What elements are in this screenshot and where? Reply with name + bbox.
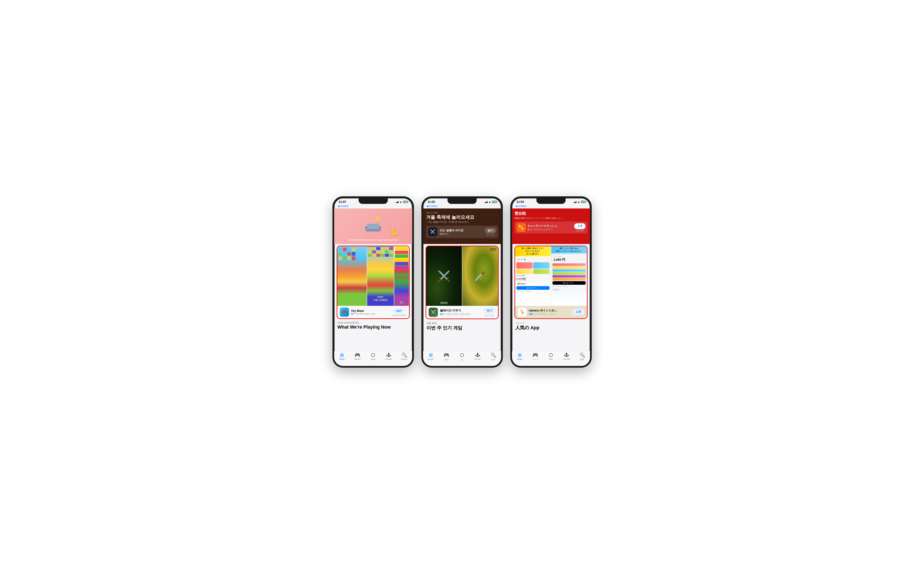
phone-2-back[interactable]: ◀ Untitled xyxy=(426,205,438,208)
tab-today-1[interactable]: ⊞ Today xyxy=(334,353,350,360)
arcade-icon-3: 🕹 xyxy=(564,353,569,357)
phone-3-in-app-sub: App内課金 xyxy=(576,230,584,232)
games-icon-2: 🎮 xyxy=(444,353,449,357)
phone-3-ad-icon: 🦒 xyxy=(518,307,527,317)
wifi-icon-3: ▲ xyxy=(578,200,580,203)
phone-2-promo-info: 오딘: 발할라 라이징 롤플레잉 xyxy=(440,229,483,235)
phone-1-tab-bar: ⊞ Today 🎮 Games ⬡ Apps 🕹 Arcade 🔍 S xyxy=(334,351,412,366)
phone-2-section-title: 이번 주 인기 게임 xyxy=(426,325,498,331)
tab-arcade-label-3: Arcade xyxy=(563,358,570,360)
phone-3-notch xyxy=(536,198,566,204)
phone-1-ad-info: 🎮 Toy Blast Ad Pop the cubes, solv... GE… xyxy=(337,306,409,318)
tab-apps-3[interactable]: ⬡ App xyxy=(543,353,559,360)
tab-arcade-label-2: Arcade xyxy=(474,358,481,360)
phone-1-get-btn[interactable]: GET xyxy=(393,308,405,314)
phone-1-ad-card: POP!THE CUBES xyxy=(337,246,410,319)
phone-2-ad-desc: 손쉽게 성장 가능한 방치... xyxy=(446,313,472,315)
tab-today-2[interactable]: ⊞ 투데이 xyxy=(423,353,439,361)
nanaco-header-2: 発行・カード取り込も支払い・チャージもかんたん！ xyxy=(551,246,587,253)
phone-2-promo-cat: 롤플레잉 xyxy=(440,232,483,235)
phone-3-promo-icon: 🍬 xyxy=(517,223,526,232)
phone-1-ad-desc: Pop the cubes, solv... xyxy=(355,313,377,315)
tab-arcade-label-1: Arcade xyxy=(385,358,392,360)
phone-3-ad-card: 使って便利！貯めてトク！ポイントたまる！すぐに使える！ カード一覧 xyxy=(514,246,588,319)
phone-3-promo-info: キャンディークラッシュ 面白パズルゲームのマッ... xyxy=(527,224,573,231)
phone-3-section-header: トレンド 人気の App xyxy=(512,319,590,331)
phone-3-hero-subtitle: 報酬を獲得できるトーナメントに無料で参加しよう。 xyxy=(514,217,588,220)
phone-2-ad-sub: 광고 손쉽게 성장 가능한 방치... xyxy=(440,313,481,316)
phone-1-in-app: In-App Purchases xyxy=(392,314,406,316)
phone-3-back[interactable]: ◀ Untitled xyxy=(515,205,526,208)
screenshot-game1: ⚔️ ▓▓▓▓▓▓ xyxy=(426,246,462,306)
phone-2-wrapper: 11:02 ▲ ◀ Untitled xyxy=(422,196,503,368)
tab-apps-2[interactable]: ⬡ 앱 xyxy=(454,353,470,361)
phone-2-ad-icon: ⚔️ xyxy=(429,308,438,317)
phone-3-hero-title: 雪合戦 xyxy=(514,211,588,216)
phone-3-promo-btn[interactable]: 入手 xyxy=(574,223,585,229)
phone-3-promo-name: キャンディークラッシュ xyxy=(527,224,573,228)
tab-search-label-1: Search xyxy=(401,358,408,360)
phone-1-back[interactable]: ◀ Untitled xyxy=(338,205,348,208)
phone-1-main: 🛋️ 🦶 Unwind with these great apps and ga… xyxy=(334,209,412,346)
phone-2-event-label: 게임 내 이벤트 xyxy=(426,211,498,214)
phone-2-promo-btn[interactable]: 받기 xyxy=(485,228,496,233)
phone-2-ad-info: ⚔️ 블레이드 키우기 광고 손쉽게 성장 가능한 방치... 받기 앱 내 구… xyxy=(426,306,498,319)
phone-2-frame: 11:02 ▲ ◀ Untitled xyxy=(422,196,503,368)
phone-2-section-label: 요즘 화제 xyxy=(426,322,498,325)
phone-1-section-title: What We're Playing Now xyxy=(338,325,409,330)
phone-2-status-icons: ▲ xyxy=(484,200,496,203)
phone-2-ad-name: 블레이드 키우기 xyxy=(440,309,481,313)
phone-3-promo-card: 🍬 キャンディークラッシュ 面白パズルゲームのマッ... 入手 App内課金 xyxy=(514,221,588,233)
apps-icon-1: ⬡ xyxy=(371,353,375,357)
phone-3-ad-desc: マイナポイントもら... xyxy=(534,313,557,315)
tab-arcade-1[interactable]: 🕹 Arcade xyxy=(381,353,397,360)
phone-3-status-icons: ▲ xyxy=(573,200,585,203)
phone-2-time: 11:02 xyxy=(428,200,435,203)
phone-1-nav: ◀ Untitled xyxy=(334,204,412,209)
screenshot-nanaco2: 発行・カード取り込も支払い・チャージもかんたん！ チャージ額 1,000 円 xyxy=(551,246,587,306)
phone-1-wrapper: 11:07 ▲ ◀ Untitled xyxy=(333,196,414,368)
games-icon-1: 🎮 xyxy=(355,353,360,357)
arcade-icon-1: 🕹 xyxy=(386,353,391,357)
tab-search-label-2: 검색 xyxy=(491,358,495,361)
phone-1-ad-badge: Ad xyxy=(351,313,354,315)
phone-3-ad-sub: 広告 マイナポイントもら... xyxy=(529,313,570,316)
tab-games-label-2: 게임 xyxy=(444,358,448,361)
tab-today-label-1: Today xyxy=(339,358,345,360)
phone-1-hero-text: Unwind with these great apps and games. xyxy=(334,238,412,242)
today-icon-3: ⊞ xyxy=(518,353,522,357)
tab-search-2[interactable]: 🔍 검색 xyxy=(486,353,501,361)
phone-2-in-app: 앱 내 구입 xyxy=(485,314,494,317)
games-icon-3: 🎮 xyxy=(532,353,538,357)
tab-games-3[interactable]: 🎮 ゲーム xyxy=(527,353,543,361)
phone-2-main: 게임 내 이벤트 겨울 축제에 놀러오세요 〈오딘: 발할라 라이징〉에 찾아온… xyxy=(423,209,501,347)
tab-arcade-2[interactable]: 🕹 Arcade xyxy=(470,353,486,360)
phone-2-tab-bar: ⊞ 투데이 🎮 게임 ⬡ 앱 🕹 Arcade 🔍 검색 xyxy=(423,351,501,366)
screenshot-game2: 🗡️ Lvl 23 xyxy=(462,246,498,306)
phone-3-section-title: 人気の App xyxy=(515,325,587,331)
phone-3-ad-info: 🦒 nanaco ポイントが... 広告 マイナポイントもら... 入手 xyxy=(515,306,587,318)
phone-1-ad-icon: 🎮 xyxy=(340,307,349,317)
phone-3-nav: ◀ Untitled xyxy=(512,204,590,209)
tab-today-3[interactable]: ⊞ Today xyxy=(512,353,528,360)
tab-search-1[interactable]: 🔍 Search xyxy=(397,353,412,360)
phone-2-screenshots: ⚔️ ▓▓▓▓▓▓ 🗡️ Lvl 23 xyxy=(426,246,498,306)
tab-games-1[interactable]: 🎮 Games xyxy=(350,353,365,360)
phone-2-get-btn[interactable]: 받기 xyxy=(483,307,495,314)
tab-apps-1[interactable]: ⬡ Apps xyxy=(365,353,381,360)
phone-1-hero: 🛋️ 🦶 Unwind with these great apps and ga… xyxy=(334,209,412,244)
phone-2-hero-subtitle: 〈오딘: 발할라 라이징〉에 찾아온 크리스마스. xyxy=(426,221,498,224)
tab-search-3[interactable]: 🔍 検索 xyxy=(574,353,590,361)
phone-3-get-btn[interactable]: 入手 xyxy=(572,309,584,315)
tab-games-label-1: Games xyxy=(354,358,361,360)
screenshot-blocks-mid: POP!THE CUBES xyxy=(367,246,394,306)
phone-2-section-header: 요즘 화제 이번 주 인기 게임 xyxy=(423,319,501,331)
phone-2-ad-details: 블레이드 키우기 광고 손쉽게 성장 가능한 방치... xyxy=(440,309,481,316)
phone-1-status-icons: ▲ xyxy=(396,200,408,203)
nanaco-header-1: 使って便利！貯めてトク！ポイントたまる！すぐに使える！ xyxy=(515,246,551,256)
tab-games-2[interactable]: 🎮 게임 xyxy=(438,353,454,361)
arcade-icon-2: 🕹 xyxy=(475,353,480,357)
phone-2-battery xyxy=(492,201,496,203)
tab-arcade-3[interactable]: 🕹 Arcade xyxy=(559,353,574,360)
wifi-icon-2: ▲ xyxy=(488,200,491,203)
